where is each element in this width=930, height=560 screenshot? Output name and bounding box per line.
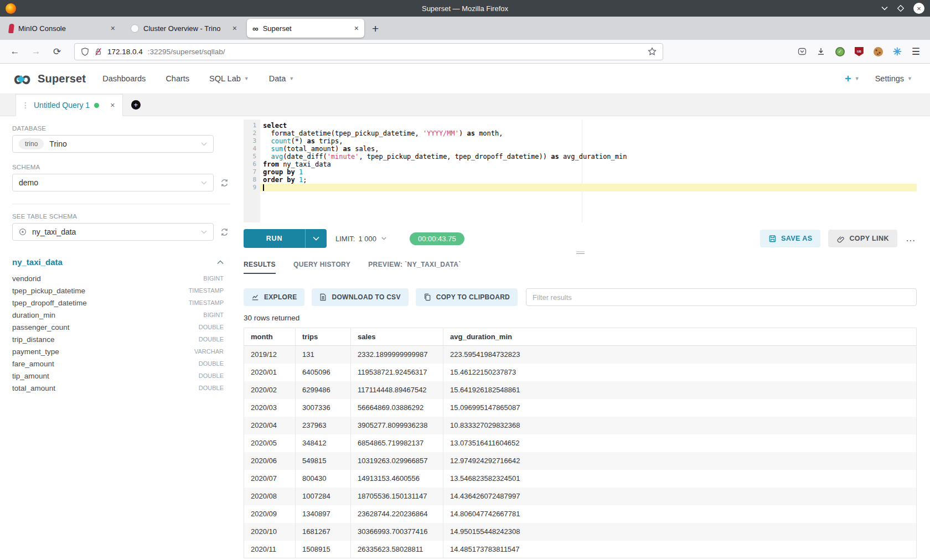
table-schema-select[interactable]: ny_taxi_data <box>12 223 214 241</box>
chevron-up-icon[interactable] <box>217 260 224 265</box>
sql-editor[interactable]: 123456789 select format_datetime(tpep_pi… <box>244 120 917 222</box>
database-select[interactable]: trino Trino <box>12 135 214 153</box>
schema-select[interactable]: demo <box>12 174 214 191</box>
tab-close-icon[interactable]: × <box>354 24 359 32</box>
tab-close-icon[interactable]: × <box>232 24 237 32</box>
pane-resize-handle[interactable] <box>244 250 917 255</box>
window-close-button[interactable]: × <box>913 3 924 14</box>
column-type: TIMESTAMP <box>189 299 224 306</box>
column-header[interactable]: sales <box>351 328 443 346</box>
nav-item-charts[interactable]: Charts <box>166 74 189 83</box>
line-number: 5 <box>244 153 256 160</box>
filter-results-input[interactable] <box>526 288 917 306</box>
new-tab-button[interactable]: + <box>372 23 379 34</box>
browser-tab-label: Cluster Overview - Trino <box>143 24 220 33</box>
ublock-origin-icon[interactable]: U0 <box>855 47 864 56</box>
settings-menu[interactable]: Settings▼ <box>875 74 912 83</box>
file-icon <box>319 293 327 301</box>
table-row: 2020/11150891526335623.5802881114.485173… <box>244 541 917 558</box>
url-bar[interactable]: 172.18.0.4:32295/superset/sqllab/ <box>74 43 663 60</box>
results-tab-query-history[interactable]: QUERY HISTORY <box>293 261 350 274</box>
column-row[interactable]: trip_distanceDOUBLE <box>12 333 224 345</box>
query-tab-close-icon[interactable]: × <box>110 101 115 110</box>
window-minimize-button[interactable] <box>881 6 888 11</box>
table-cell: 2020/11 <box>244 541 296 558</box>
browser-tab-superset[interactable]: ∞ Superset × <box>247 19 364 38</box>
nav-item-data[interactable]: Data▼ <box>269 74 294 83</box>
insecure-lock-icon[interactable] <box>94 48 102 56</box>
table-cell: 237963 <box>296 417 351 434</box>
cookie-extension-icon[interactable] <box>874 47 883 56</box>
results-tab-results[interactable]: RESULTS <box>244 261 276 274</box>
table-row: 2020/026299486117114448.8946754215.64192… <box>244 381 917 399</box>
limit-dropdown[interactable]: LIMIT: 1 000 <box>335 235 386 243</box>
column-header[interactable]: month <box>244 328 296 346</box>
column-row[interactable]: tip_amountDOUBLE <box>12 370 224 382</box>
column-type: DOUBLE <box>199 385 224 391</box>
database-badge: trino <box>19 138 44 149</box>
back-button[interactable]: ← <box>7 46 23 57</box>
table-cell: 2019/12 <box>244 346 296 364</box>
column-row[interactable]: duration_minBIGINT <box>12 309 224 321</box>
brand-name[interactable]: Superset <box>38 72 86 85</box>
browser-tab-minio[interactable]: MinIO Console × <box>3 19 121 38</box>
column-header[interactable]: avg_duration_min <box>443 328 917 346</box>
table-cell: 2020/02 <box>244 381 296 399</box>
column-row[interactable]: tpep_dropoff_datetimeTIMESTAMP <box>12 297 224 309</box>
browser-nav-toolbar: ← → ⟳ 172.18.0.4:32295/superset/sqllab/ … <box>0 40 930 64</box>
column-row[interactable]: payment_typeVARCHAR <box>12 345 224 357</box>
chevron-down-icon <box>381 237 386 240</box>
results-tab-preview[interactable]: PREVIEW: `NY_TAXI_DATA` <box>368 261 461 274</box>
save-as-button[interactable]: SAVE AS <box>760 230 820 247</box>
copy-icon <box>423 293 431 301</box>
download-csv-button[interactable]: DOWNLOAD TO CSV <box>312 288 408 306</box>
container-asterisk-icon[interactable]: ✳ <box>893 46 902 57</box>
table-cell: 117114448.89467542 <box>351 381 443 399</box>
refresh-schema-button[interactable] <box>218 178 230 188</box>
column-name: total_amount <box>12 384 55 392</box>
column-row[interactable]: passenger_countDOUBLE <box>12 321 224 333</box>
window-maximize-button[interactable] <box>897 5 904 12</box>
forward-button[interactable]: → <box>28 46 44 57</box>
table-select-value: ny_taxi_data <box>32 227 76 236</box>
copy-clipboard-button[interactable]: COPY TO CLIPBOARD <box>416 288 518 306</box>
add-new-button[interactable]: +▼ <box>845 72 860 85</box>
browser-tab-label: MinIO Console <box>18 24 66 33</box>
reload-button[interactable]: ⟳ <box>49 46 65 58</box>
more-options-button[interactable]: ... <box>905 233 917 244</box>
copy-link-button[interactable]: COPY LINK <box>828 230 897 247</box>
run-button[interactable]: RUN <box>244 229 306 248</box>
plus-icon: + <box>845 72 851 85</box>
table-cell: 12.974924292716642 <box>443 452 917 470</box>
refresh-table-button[interactable] <box>218 227 230 237</box>
nav-item-dashboards[interactable]: Dashboards <box>102 74 146 83</box>
table-cell: 1508915 <box>296 541 351 558</box>
query-tab[interactable]: ⋮ Untitled Query 1 × <box>16 94 123 116</box>
extension-green-icon[interactable]: ✓ <box>835 47 845 56</box>
column-header[interactable]: trips <box>296 328 351 346</box>
column-row[interactable]: total_amountDOUBLE <box>12 382 224 394</box>
run-options-caret[interactable] <box>306 229 327 248</box>
bookmark-star-icon[interactable] <box>648 47 657 56</box>
nav-item-label: Charts <box>166 74 189 83</box>
limit-value: 1 000 <box>358 235 376 243</box>
column-row[interactable]: tpep_pickup_datetimeTIMESTAMP <box>12 284 224 297</box>
tab-close-icon[interactable]: × <box>111 24 115 32</box>
menu-hamburger-icon[interactable]: ☰ <box>912 46 920 58</box>
line-number: 7 <box>244 168 256 176</box>
sql-lab: ⋮ Untitled Query 1 × + DATABASE trino Tr… <box>0 94 930 559</box>
pocket-icon[interactable] <box>798 47 807 56</box>
add-query-tab-button[interactable]: + <box>123 94 148 116</box>
downloads-icon[interactable] <box>817 47 825 56</box>
column-row[interactable]: vendoridBIGINT <box>12 272 224 284</box>
shield-icon[interactable] <box>81 48 89 56</box>
drag-grip-icon[interactable]: ⋮ <box>22 101 29 110</box>
superset-logo[interactable]: ∞ <box>9 69 34 88</box>
column-row[interactable]: fare_amountDOUBLE <box>12 357 224 370</box>
explore-button[interactable]: EXPLORE <box>244 288 304 306</box>
nav-item-sql-lab[interactable]: SQL Lab▼ <box>209 74 249 83</box>
browser-tab-trino[interactable]: Cluster Overview - Trino × <box>125 19 242 38</box>
superset-navbar: ∞ Superset Dashboards Charts SQL Lab▼ Da… <box>0 64 930 94</box>
column-name: fare_amount <box>12 360 54 368</box>
table-card-header[interactable]: ny_taxi_data <box>12 257 224 267</box>
